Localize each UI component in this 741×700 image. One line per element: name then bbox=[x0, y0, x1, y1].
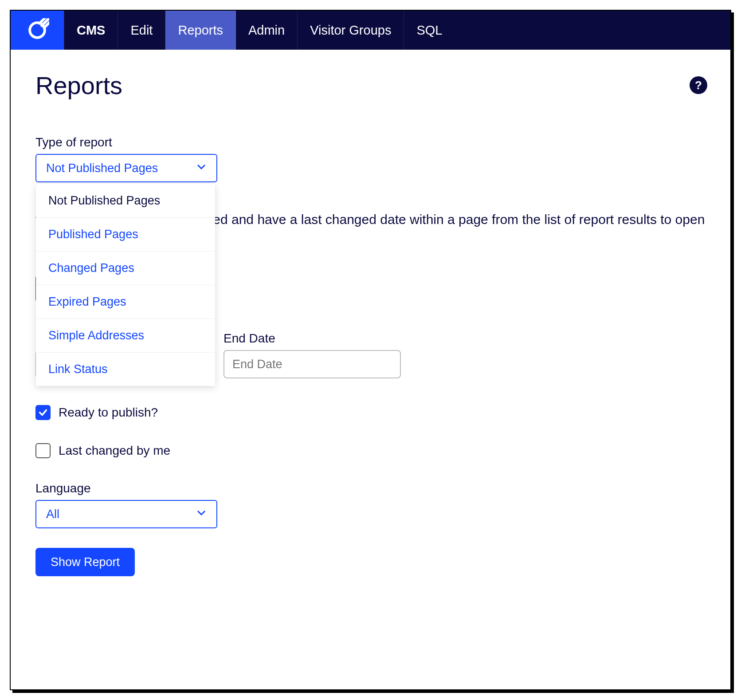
optimizely-logo-icon bbox=[25, 18, 49, 42]
report-type-select[interactable]: Not Published Pages Not Published Pages … bbox=[35, 154, 217, 182]
page-title: Reports bbox=[35, 71, 706, 100]
chevron-down-icon bbox=[196, 507, 207, 521]
report-type-label: Type of report bbox=[35, 135, 706, 149]
checkmark-icon bbox=[38, 408, 48, 417]
app-window: CMS Edit Reports Admin Visitor Groups SQ… bbox=[10, 10, 731, 690]
language-selected: All bbox=[46, 507, 59, 521]
ready-to-publish-label: Ready to publish? bbox=[59, 405, 158, 420]
dropdown-option[interactable]: Simple Addresses bbox=[36, 319, 215, 352]
report-type-dropdown: Not Published Pages Published Pages Chan… bbox=[36, 184, 215, 386]
changed-by-me-row: Last changed by me bbox=[35, 443, 706, 458]
language-select[interactable]: All bbox=[35, 500, 217, 528]
brand-logo[interactable] bbox=[11, 11, 64, 50]
nav-visitor-groups[interactable]: Visitor Groups bbox=[298, 11, 404, 50]
help-icon[interactable]: ? bbox=[690, 76, 707, 94]
top-nav: CMS Edit Reports Admin Visitor Groups SQ… bbox=[11, 11, 730, 50]
dropdown-option[interactable]: Published Pages bbox=[36, 217, 215, 251]
nav-edit[interactable]: Edit bbox=[118, 11, 165, 50]
end-date-input[interactable] bbox=[223, 350, 401, 378]
changed-by-me-label: Last changed by me bbox=[59, 444, 170, 458]
changed-by-me-checkbox[interactable] bbox=[35, 443, 51, 458]
chevron-down-icon bbox=[196, 161, 207, 175]
language-label: Language bbox=[35, 481, 706, 496]
ready-to-publish-row: Ready to publish? bbox=[35, 405, 706, 420]
ready-to-publish-checkbox[interactable] bbox=[35, 405, 51, 420]
report-type-selected: Not Published Pages bbox=[46, 161, 158, 175]
dropdown-option[interactable]: Changed Pages bbox=[36, 251, 215, 285]
show-report-button[interactable]: Show Report bbox=[35, 548, 135, 576]
dropdown-option[interactable]: Link Status bbox=[36, 352, 215, 386]
nav-reports[interactable]: Reports bbox=[165, 11, 236, 50]
end-date-label: End Date bbox=[223, 331, 401, 346]
nav-cms[interactable]: CMS bbox=[64, 11, 118, 50]
dropdown-option[interactable]: Expired Pages bbox=[36, 285, 215, 319]
nav-admin[interactable]: Admin bbox=[236, 11, 298, 50]
nav-sql[interactable]: SQL bbox=[404, 11, 455, 50]
dropdown-option[interactable]: Not Published Pages bbox=[36, 184, 215, 217]
content-area: ? Reports Type of report Not Published P… bbox=[11, 50, 730, 598]
